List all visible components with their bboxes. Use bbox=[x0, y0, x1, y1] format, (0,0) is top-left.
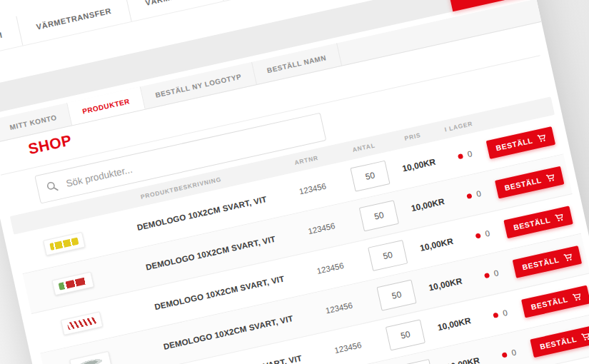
lager-cell: 0 bbox=[460, 226, 505, 243]
antal-cell bbox=[370, 278, 424, 312]
pris-value: 10,00KR bbox=[420, 274, 470, 295]
nav-tab-varmepress[interactable]: VÄRMEPRESS bbox=[126, 0, 224, 21]
cart-icon bbox=[580, 332, 589, 342]
order-button[interactable]: BESTÄLL bbox=[513, 246, 582, 278]
product-thumbnail bbox=[69, 351, 111, 364]
product-thumbnail bbox=[61, 311, 103, 335]
stock-status-dot bbox=[501, 352, 507, 358]
nav-tab-varmetransfer[interactable]: VÄRMETRANSFER bbox=[16, 0, 132, 46]
lager-cell: 0 bbox=[469, 266, 514, 283]
quantity-input[interactable] bbox=[368, 240, 408, 271]
order-button[interactable]: BESTÄLL bbox=[495, 166, 564, 199]
order-button[interactable]: BESTÄLL bbox=[486, 126, 555, 159]
lager-value: 0 bbox=[467, 149, 473, 158]
order-button-label: BESTÄLL bbox=[521, 255, 560, 271]
lager-cell: 0 bbox=[486, 345, 531, 363]
lager-cell: 0 bbox=[478, 305, 523, 323]
order-cell: BESTÄLL bbox=[511, 244, 588, 278]
order-cell: BESTÄLL bbox=[485, 125, 561, 159]
antal-cell bbox=[361, 238, 415, 273]
product-thumbnail bbox=[43, 232, 85, 256]
stock-status-dot bbox=[458, 153, 463, 159]
stock-status-dot bbox=[475, 233, 480, 238]
pris-value: 10,00KR bbox=[411, 234, 462, 255]
antal-cell bbox=[352, 198, 406, 233]
lager-value: 0 bbox=[475, 189, 482, 198]
stock-status-dot bbox=[484, 272, 490, 278]
lager-value: 0 bbox=[510, 348, 517, 357]
order-cell: BESTÄLL bbox=[520, 284, 589, 318]
order-button-label: BESTÄLL bbox=[495, 136, 533, 152]
pris-value: 10,00KR bbox=[403, 195, 453, 216]
artnr-value: 123456 bbox=[288, 217, 356, 240]
cart-icon bbox=[572, 292, 582, 302]
cart-icon bbox=[563, 252, 573, 262]
hero-background: EM VÄRMETRANSFER VÄRMEPRESS MILJÖ STANDA… bbox=[0, 0, 589, 364]
order-button[interactable]: BESTÄLL bbox=[530, 325, 589, 358]
quantity-input[interactable] bbox=[386, 319, 426, 350]
stock-status-dot bbox=[493, 312, 498, 318]
nav-tab-miljo[interactable]: MILJÖ bbox=[218, 0, 284, 1]
page-title: SHOP bbox=[26, 131, 73, 158]
lager-cell: 0 bbox=[451, 186, 496, 203]
artnr-value: 123456 bbox=[314, 336, 382, 359]
order-button-label: BESTÄLL bbox=[530, 295, 569, 311]
lager-cell: 0 bbox=[443, 146, 488, 164]
cart-icon bbox=[537, 133, 547, 143]
artnr-value: 123456 bbox=[296, 257, 364, 280]
pris-value: 10,00KR bbox=[438, 353, 488, 364]
order-cell: BESTÄLL bbox=[528, 324, 589, 358]
pris-value: 10,00KR bbox=[429, 314, 480, 335]
antal-cell bbox=[343, 159, 398, 193]
order-button[interactable]: BESTÄLL bbox=[504, 206, 573, 238]
lager-value: 0 bbox=[484, 229, 490, 238]
artnr-value: 123456 bbox=[278, 177, 346, 200]
webshop-page: EM VÄRMETRANSFER VÄRMEPRESS MILJÖ STANDA… bbox=[0, 0, 589, 364]
pris-value: 10,00KR bbox=[393, 155, 444, 176]
lager-value: 0 bbox=[493, 268, 500, 278]
artnr-value: 123456 bbox=[305, 296, 373, 319]
quantity-input[interactable] bbox=[394, 359, 434, 364]
quantity-input[interactable] bbox=[376, 280, 416, 311]
order-button[interactable]: BESTÄLL bbox=[521, 285, 589, 318]
cart-icon bbox=[545, 173, 555, 183]
cart-icon bbox=[554, 213, 564, 223]
quantity-input[interactable] bbox=[359, 200, 399, 231]
order-cell: BESTÄLL bbox=[493, 165, 570, 199]
lager-value: 0 bbox=[502, 308, 508, 318]
antal-cell bbox=[378, 318, 433, 352]
stock-status-dot bbox=[466, 193, 472, 198]
order-button-label: BESTÄLL bbox=[539, 335, 578, 351]
search-icon bbox=[46, 180, 59, 193]
order-button-label: BESTÄLL bbox=[513, 216, 551, 232]
order-cell: BESTÄLL bbox=[502, 205, 578, 239]
antal-cell bbox=[387, 358, 441, 364]
quantity-input[interactable] bbox=[350, 161, 390, 192]
order-button-label: BESTÄLL bbox=[504, 176, 543, 192]
product-thumbnail bbox=[52, 272, 94, 296]
